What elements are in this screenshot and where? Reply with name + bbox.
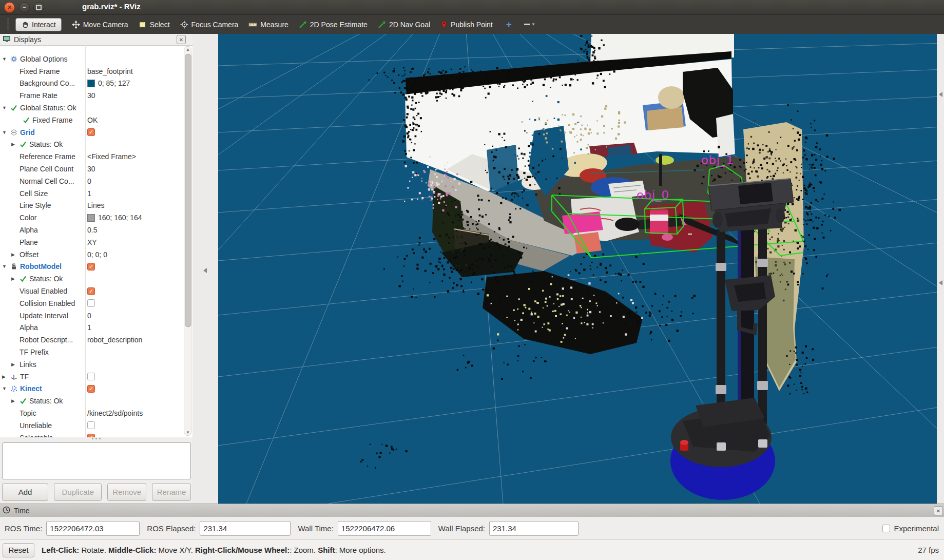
expander-icon[interactable]: ▼ (2, 264, 10, 269)
reset-button[interactable]: Reset (3, 543, 34, 557)
wall-time-input[interactable] (338, 521, 431, 536)
tool-move-camera[interactable]: Move Camera (72, 21, 128, 29)
property-value[interactable] (87, 285, 95, 297)
property-value[interactable]: 0; 0; 0 (87, 248, 107, 261)
property-value[interactable]: robot_description (87, 334, 142, 346)
tree-row-global-status-ok[interactable]: ▼Global Status: Ok (0, 102, 183, 114)
scroll-down-icon[interactable]: ▼ (186, 430, 190, 435)
time-panel-header[interactable]: Time ✕ (0, 504, 944, 517)
property-value[interactable]: Lines (87, 200, 104, 212)
tree-row-links[interactable]: ▶Links (0, 358, 183, 371)
expander-icon[interactable]: ▶ (11, 398, 20, 403)
property-value[interactable] (87, 419, 95, 432)
tree-row-tf[interactable]: ▶TF (0, 371, 183, 383)
property-value[interactable]: <Fixed Frame> (87, 150, 136, 163)
tree-row-unreliable[interactable]: Unreliable (0, 419, 183, 432)
tree-row-offset[interactable]: ▶Offset0; 0; 0 (0, 248, 183, 261)
checkbox-checked[interactable] (87, 434, 95, 437)
property-value[interactable]: 0; 85; 127 (87, 78, 130, 90)
tree-row-cell-size[interactable]: Cell Size1 (0, 187, 183, 200)
window-maximize-button[interactable] (33, 2, 44, 13)
checkbox-checked[interactable] (87, 263, 95, 271)
property-value[interactable]: 0 (87, 310, 91, 322)
property-value[interactable]: 30 (87, 89, 95, 102)
checkbox-unchecked[interactable] (87, 373, 95, 380)
toolbar-grip[interactable] (7, 18, 9, 31)
collapse-left-handle-icon[interactable] (203, 268, 207, 273)
property-value[interactable] (87, 383, 95, 395)
tree-row-status-ok[interactable]: ▶Status: Ok (0, 139, 183, 151)
tree-row-visual-enabled[interactable]: Visual Enabled (0, 285, 183, 297)
add-button[interactable]: Add (2, 483, 48, 501)
tree-row-status-ok[interactable]: ▶Status: Ok (0, 273, 183, 285)
tool-publish-point[interactable]: Publish Point (440, 21, 493, 29)
add-tool-button[interactable]: + (506, 19, 512, 30)
close-displays-panel-button[interactable]: ✕ (177, 35, 186, 44)
tree-row-grid[interactable]: ▼Grid (0, 126, 183, 139)
displays-panel-header[interactable]: Displays ✕ (0, 34, 192, 45)
window-close-button[interactable]: ✕ (4, 2, 15, 13)
dock-splitter-right[interactable] (937, 34, 944, 504)
tool-2d-pose-estimate[interactable]: 2D Pose Estimate (299, 21, 368, 29)
tree-row-background-co-[interactable]: Background Co...0; 85; 127 (0, 78, 183, 90)
tree-row-color[interactable]: Color160; 160; 164 (0, 211, 183, 224)
checkbox-unchecked[interactable] (87, 421, 95, 429)
displays-tree[interactable]: ▼Global OptionsFixed Framebase_footprint… (0, 45, 192, 437)
tree-row-reference-frame[interactable]: Reference Frame<Fixed Frame> (0, 150, 183, 163)
expander-icon[interactable]: ▼ (2, 105, 10, 110)
tree-row-line-style[interactable]: Line StyleLines (0, 200, 183, 212)
tree-row-fixed-frame[interactable]: Fixed Framebase_footprint (0, 65, 183, 78)
checkbox-checked[interactable] (87, 287, 95, 295)
expander-icon[interactable]: ▶ (11, 142, 20, 147)
remove-tool-button[interactable]: ▼ (524, 22, 535, 27)
tree-row-plane-cell-count[interactable]: Plane Cell Count30 (0, 163, 183, 175)
property-value[interactable]: 0 (87, 175, 91, 187)
tree-row-kinect[interactable]: ▼Kinect (0, 383, 183, 395)
property-value[interactable]: 1 (87, 322, 91, 334)
property-value[interactable]: base_footprint (87, 65, 133, 78)
tool-interact[interactable]: Interact (15, 18, 62, 31)
tree-column-divider[interactable] (85, 45, 86, 437)
expander-icon[interactable]: ▼ (2, 130, 10, 135)
dock-splitter-left[interactable] (192, 34, 218, 504)
tree-row-tf-prefix[interactable]: TF Prefix (0, 346, 183, 358)
property-value[interactable] (87, 261, 95, 273)
scroll-up-icon[interactable]: ▲ (186, 47, 190, 52)
tree-row-global-options[interactable]: ▼Global Options (0, 53, 183, 65)
tree-scrollbar[interactable]: ▲ ▼ (184, 46, 191, 436)
property-value[interactable] (87, 126, 95, 139)
tree-row-status-ok[interactable]: ▶Status: Ok (0, 395, 183, 407)
expander-icon[interactable]: ▶ (11, 362, 20, 367)
tree-row-frame-rate[interactable]: Frame Rate30 (0, 89, 183, 102)
close-time-panel-button[interactable]: ✕ (934, 506, 943, 515)
property-value[interactable] (87, 432, 95, 437)
tree-row-normal-cell-co-[interactable]: Normal Cell Co...0 (0, 175, 183, 187)
property-value[interactable]: 1 (87, 187, 91, 200)
scrollbar-thumb[interactable] (185, 54, 191, 327)
property-value[interactable] (87, 297, 95, 310)
tree-row-alpha[interactable]: Alpha1 (0, 322, 183, 334)
expander-icon[interactable]: ▼ (2, 56, 10, 62)
tree-row-collision-enabled[interactable]: Collision Enabled (0, 297, 183, 310)
window-minimize-button[interactable]: − (19, 2, 30, 13)
ros-elapsed-input[interactable] (200, 521, 291, 536)
tree-row-update-interval[interactable]: Update Interval0 (0, 310, 183, 322)
tree-row-fixed-frame[interactable]: Fixed FrameOK (0, 114, 183, 126)
property-value[interactable]: /kinect2/sd/points (87, 407, 143, 419)
tool-focus-camera[interactable]: Focus Camera (180, 21, 239, 29)
property-value[interactable]: XY (87, 236, 97, 248)
expander-icon[interactable]: ▼ (2, 386, 10, 391)
collapse-right-handle-icon[interactable] (939, 92, 942, 97)
tool-measure[interactable]: Measure (248, 21, 288, 29)
tree-row-selectable[interactable]: Selectable (0, 432, 183, 437)
checkbox-checked[interactable] (87, 385, 95, 393)
checkbox-checked[interactable] (87, 128, 95, 136)
expander-icon[interactable]: ▶ (2, 374, 10, 379)
tree-row-robot-descript-[interactable]: Robot Descript...robot_description (0, 334, 183, 346)
panel-splitter[interactable] (82, 438, 110, 441)
expander-icon[interactable]: ▶ (11, 276, 20, 281)
property-value[interactable]: 160; 160; 164 (87, 211, 142, 224)
tool-select[interactable]: Select (139, 21, 170, 29)
wall-elapsed-input[interactable] (489, 521, 579, 536)
tree-row-alpha[interactable]: Alpha0.5 (0, 224, 183, 236)
